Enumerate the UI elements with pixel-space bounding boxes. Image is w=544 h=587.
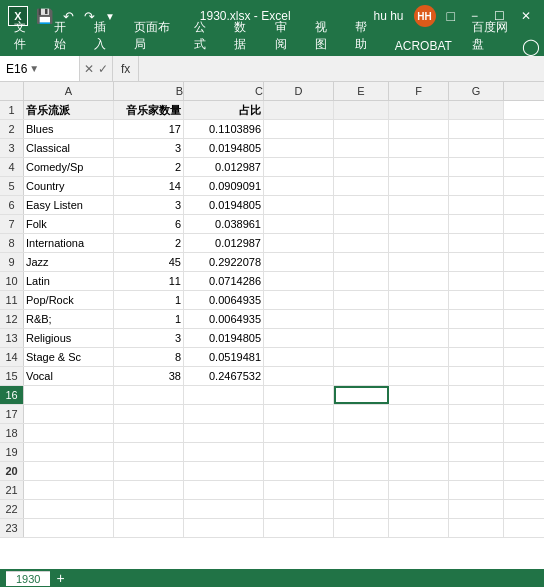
cell-10-e[interactable] (334, 272, 389, 290)
cell-18-c[interactable] (184, 424, 264, 442)
cell-13-d[interactable] (264, 329, 334, 347)
col-header-a[interactable]: A (24, 82, 114, 100)
cell-18-g[interactable] (449, 424, 504, 442)
cell-6-e[interactable] (334, 196, 389, 214)
cell-3-f[interactable] (389, 139, 449, 157)
cell-14-a[interactable]: Stage & Sc (24, 348, 114, 366)
cell-22-f[interactable] (389, 500, 449, 518)
cell-11-c[interactable]: 0.0064935 (184, 291, 264, 309)
cell-21-a[interactable] (24, 481, 114, 499)
cell-6-d[interactable] (264, 196, 334, 214)
cell-12-e[interactable] (334, 310, 389, 328)
cell-12-b[interactable]: 1 (114, 310, 184, 328)
col-header-g[interactable]: G (449, 82, 504, 100)
cell-21-g[interactable] (449, 481, 504, 499)
cell-8-b[interactable]: 2 (114, 234, 184, 252)
cell-5-d[interactable] (264, 177, 334, 195)
cell-1-c[interactable]: 占比 (184, 101, 264, 119)
cell-15-f[interactable] (389, 367, 449, 385)
cell-14-g[interactable] (449, 348, 504, 366)
tab-acrobat[interactable]: ACROBAT (385, 36, 462, 56)
col-header-c[interactable]: C (184, 82, 264, 100)
cell-23-a[interactable] (24, 519, 114, 537)
cell-14-b[interactable]: 8 (114, 348, 184, 366)
cell-4-e[interactable] (334, 158, 389, 176)
cell-19-b[interactable] (114, 443, 184, 461)
cell-16-e[interactable] (334, 386, 389, 404)
cell-23-e[interactable] (334, 519, 389, 537)
cell-4-a[interactable]: Comedy/Sp (24, 158, 114, 176)
cell-19-f[interactable] (389, 443, 449, 461)
sheet-tab-1930[interactable]: 1930 (6, 571, 50, 586)
cell-22-c[interactable] (184, 500, 264, 518)
cell-18-d[interactable] (264, 424, 334, 442)
cell-16-f[interactable] (389, 386, 449, 404)
cell-11-e[interactable] (334, 291, 389, 309)
cell-23-f[interactable] (389, 519, 449, 537)
cell-7-a[interactable]: Folk (24, 215, 114, 233)
cell-8-a[interactable]: Internationa (24, 234, 114, 252)
cell-6-a[interactable]: Easy Listen (24, 196, 114, 214)
cell-23-g[interactable] (449, 519, 504, 537)
cell-22-e[interactable] (334, 500, 389, 518)
cell-5-f[interactable] (389, 177, 449, 195)
cell-10-f[interactable] (389, 272, 449, 290)
cell-22-a[interactable] (24, 500, 114, 518)
cell-9-g[interactable] (449, 253, 504, 271)
cell-5-e[interactable] (334, 177, 389, 195)
cell-21-d[interactable] (264, 481, 334, 499)
cancel-formula-btn[interactable]: ✕ (84, 62, 94, 76)
cell-14-d[interactable] (264, 348, 334, 366)
cell-14-f[interactable] (389, 348, 449, 366)
cell-12-a[interactable]: R&B; (24, 310, 114, 328)
cell-18-a[interactable] (24, 424, 114, 442)
cell-16-d[interactable] (264, 386, 334, 404)
cell-12-f[interactable] (389, 310, 449, 328)
cell-8-d[interactable] (264, 234, 334, 252)
user-avatar[interactable]: HH (414, 5, 436, 27)
cell-15-a[interactable]: Vocal (24, 367, 114, 385)
cell-20-b[interactable] (114, 462, 184, 480)
ribbon-display-btn[interactable]: □ (442, 8, 460, 24)
cell-12-d[interactable] (264, 310, 334, 328)
cell-21-f[interactable] (389, 481, 449, 499)
cell-10-c[interactable]: 0.0714286 (184, 272, 264, 290)
cell-14-c[interactable]: 0.0519481 (184, 348, 264, 366)
cell-12-g[interactable] (449, 310, 504, 328)
cell-11-g[interactable] (449, 291, 504, 309)
cell-16-a[interactable] (24, 386, 114, 404)
cell-11-a[interactable]: Pop/Rock (24, 291, 114, 309)
cell-4-d[interactable] (264, 158, 334, 176)
cell-20-g[interactable] (449, 462, 504, 480)
cell-6-f[interactable] (389, 196, 449, 214)
cell-1-e[interactable] (334, 101, 389, 119)
cell-2-g[interactable] (449, 120, 504, 138)
cell-12-c[interactable]: 0.0064935 (184, 310, 264, 328)
cell-7-b[interactable]: 6 (114, 215, 184, 233)
cell-9-c[interactable]: 0.2922078 (184, 253, 264, 271)
cell-18-f[interactable] (389, 424, 449, 442)
cell-9-f[interactable] (389, 253, 449, 271)
cell-15-c[interactable]: 0.2467532 (184, 367, 264, 385)
cell-15-b[interactable]: 38 (114, 367, 184, 385)
cell-2-c[interactable]: 0.1103896 (184, 120, 264, 138)
cell-20-c[interactable] (184, 462, 264, 480)
cell-13-b[interactable]: 3 (114, 329, 184, 347)
cell-23-b[interactable] (114, 519, 184, 537)
cell-3-e[interactable] (334, 139, 389, 157)
col-header-f[interactable]: F (389, 82, 449, 100)
cell-3-g[interactable] (449, 139, 504, 157)
cell-3-d[interactable] (264, 139, 334, 157)
cell-5-a[interactable]: Country (24, 177, 114, 195)
cell-17-c[interactable] (184, 405, 264, 423)
cell-16-c[interactable] (184, 386, 264, 404)
col-header-e[interactable]: E (334, 82, 389, 100)
cell-10-g[interactable] (449, 272, 504, 290)
cell-10-a[interactable]: Latin (24, 272, 114, 290)
cell-11-b[interactable]: 1 (114, 291, 184, 309)
cell-19-c[interactable] (184, 443, 264, 461)
cell-17-a[interactable] (24, 405, 114, 423)
cell-8-g[interactable] (449, 234, 504, 252)
cell-1-d[interactable] (264, 101, 334, 119)
cell-4-c[interactable]: 0.012987 (184, 158, 264, 176)
